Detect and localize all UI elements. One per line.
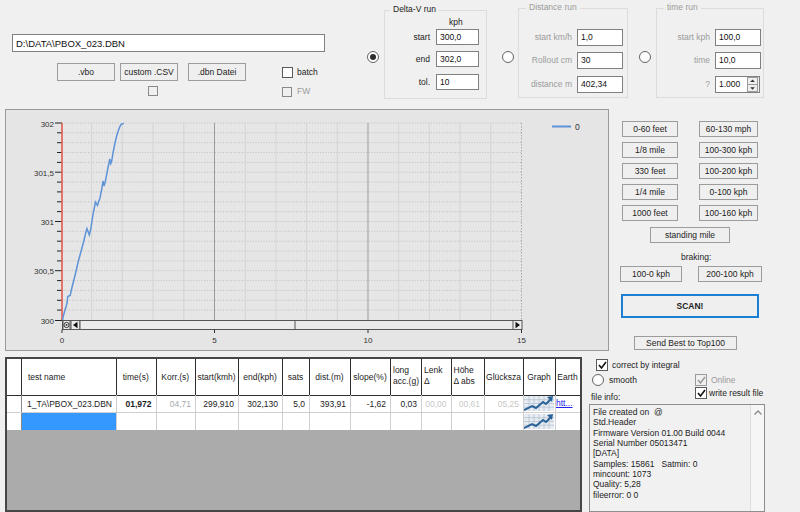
- svg-text:0: 0: [575, 122, 580, 132]
- svg-text:300: 300: [41, 317, 55, 326]
- svg-text:301: 301: [41, 218, 55, 227]
- svg-text:15: 15: [517, 336, 526, 345]
- svg-text:300,5: 300,5: [34, 267, 55, 276]
- svg-text:10: 10: [364, 336, 373, 345]
- svg-text:5: 5: [212, 336, 217, 345]
- svg-text:0: 0: [60, 336, 65, 345]
- svg-text:301,5: 301,5: [34, 169, 55, 178]
- svg-text:302: 302: [41, 120, 55, 129]
